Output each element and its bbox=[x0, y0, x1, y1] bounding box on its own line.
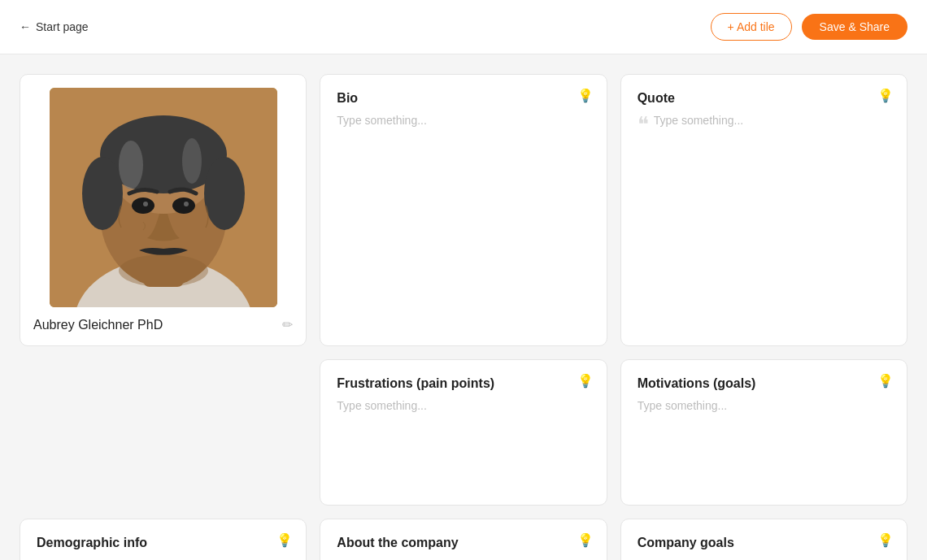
svg-point-14 bbox=[119, 254, 208, 287]
company-goals-hint-icon[interactable]: 💡 bbox=[877, 532, 894, 548]
edit-icon[interactable]: ✏ bbox=[282, 317, 293, 332]
bio-card: 💡 Bio Type something... bbox=[320, 74, 607, 346]
frustrations-card: 💡 Frustrations (pain points) Type someth… bbox=[320, 359, 607, 506]
demographic-title: Demographic info bbox=[37, 536, 289, 550]
bio-placeholder[interactable]: Type something... bbox=[337, 114, 590, 127]
main-grid: Aubrey Gleichner PhD ✏ 💡 Bio Type someth… bbox=[0, 54, 927, 560]
demographic-card: 💡 Demographic info Age Location bbox=[20, 519, 307, 560]
motivations-card: 💡 Motivations (goals) Type something... bbox=[620, 359, 907, 506]
profile-name: Aubrey Gleichner PhD bbox=[33, 318, 163, 332]
profile-card: Aubrey Gleichner PhD ✏ bbox=[20, 74, 307, 346]
company-card: 💡 About the company Industry Size bbox=[320, 519, 607, 560]
bio-hint-icon[interactable]: 💡 bbox=[577, 88, 594, 103]
motivations-placeholder[interactable]: Type something... bbox=[638, 399, 890, 412]
svg-point-6 bbox=[82, 157, 123, 230]
back-label: Start page bbox=[36, 20, 89, 33]
company-title: About the company bbox=[337, 536, 590, 550]
company-goals-card: 💡 Company goals Type something... bbox=[620, 519, 907, 560]
quote-card: 💡 Quote ❝ Type something... bbox=[620, 74, 907, 346]
svg-point-9 bbox=[182, 138, 202, 184]
frustrations-placeholder[interactable]: Type something... bbox=[337, 399, 590, 412]
profile-name-row: Aubrey Gleichner PhD ✏ bbox=[33, 317, 293, 332]
quote-hint-icon[interactable]: 💡 bbox=[877, 88, 894, 103]
svg-point-13 bbox=[184, 202, 189, 206]
add-tile-button[interactable]: + Add tile bbox=[711, 13, 792, 41]
quote-placeholder[interactable]: Type something... bbox=[654, 114, 744, 127]
svg-point-12 bbox=[143, 202, 148, 206]
profile-photo bbox=[50, 88, 277, 307]
bio-title: Bio bbox=[337, 91, 590, 106]
header: ← Start page + Add tile Save & Share bbox=[0, 0, 927, 54]
back-arrow-icon: ← bbox=[20, 20, 31, 33]
svg-point-8 bbox=[119, 141, 143, 189]
save-share-button[interactable]: Save & Share bbox=[802, 14, 907, 40]
quote-mark-icon: ❝ bbox=[638, 114, 649, 135]
back-link[interactable]: ← Start page bbox=[20, 20, 89, 33]
svg-point-10 bbox=[132, 198, 154, 214]
svg-point-7 bbox=[204, 157, 245, 230]
motivations-hint-icon[interactable]: 💡 bbox=[877, 373, 894, 389]
demographic-hint-icon[interactable]: 💡 bbox=[276, 532, 293, 548]
company-hint-icon[interactable]: 💡 bbox=[577, 532, 594, 548]
motivations-title: Motivations (goals) bbox=[638, 376, 890, 391]
frustrations-hint-icon[interactable]: 💡 bbox=[577, 373, 594, 389]
company-goals-title: Company goals bbox=[638, 536, 890, 550]
quote-content: ❝ Type something... bbox=[638, 114, 890, 135]
svg-point-11 bbox=[172, 198, 195, 214]
frustrations-title: Frustrations (pain points) bbox=[337, 376, 590, 391]
header-actions: + Add tile Save & Share bbox=[711, 13, 907, 41]
quote-title: Quote bbox=[638, 91, 890, 106]
